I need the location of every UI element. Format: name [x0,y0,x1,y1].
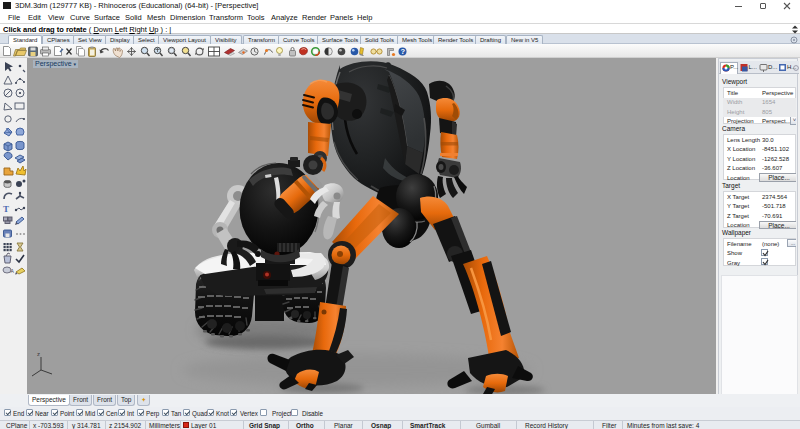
svg-text:z: z [37,351,40,357]
svg-text:?: ? [401,47,406,56]
svg-text:A: A [11,268,15,274]
svg-text:T: T [3,204,9,214]
